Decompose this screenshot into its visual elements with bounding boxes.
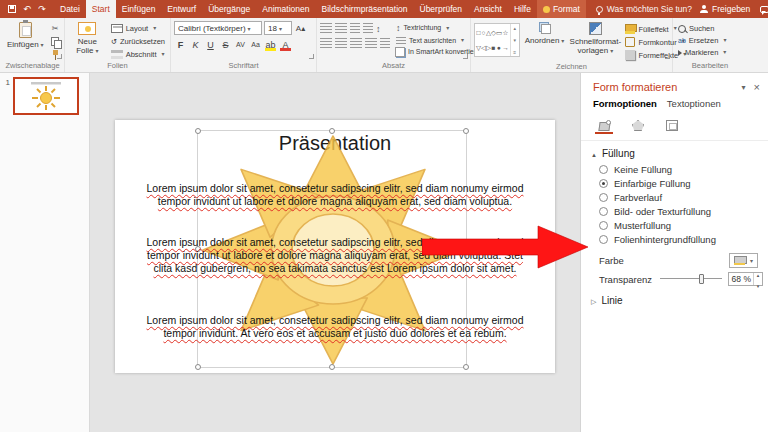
fill-option-einfarbige-fuellung[interactable]: Einfarbige Füllung <box>599 178 768 189</box>
decrease-indent-icon[interactable] <box>350 23 360 34</box>
slide-paragraph-1[interactable]: Lorem ipsum dolor sit amet, consetetur s… <box>144 182 526 208</box>
fill-option-bild-oder-texturfuellung[interactable]: Bild- oder Texturfüllung <box>599 206 768 217</box>
character-spacing-icon[interactable]: AV <box>234 38 247 51</box>
highlight-color-icon[interactable]: ab <box>264 38 277 51</box>
bullets-icon[interactable] <box>320 23 332 34</box>
increase-indent-icon[interactable] <box>363 23 373 34</box>
shape-arrow-icon[interactable]: → <box>502 44 509 51</box>
justify-icon[interactable] <box>365 38 377 49</box>
slide-editing-area[interactable]: Präsentation <box>115 120 555 373</box>
font-size-combo[interactable]: 18 <box>264 21 292 35</box>
redo-icon[interactable] <box>37 4 47 14</box>
tell-me-search[interactable]: Was möchten Sie tun? <box>596 0 692 18</box>
arrange-button[interactable]: Anordnen <box>522 21 568 46</box>
shape-gallery-scrollbar[interactable]: ▴ ▾ ≡ <box>510 24 519 56</box>
font-color-icon[interactable]: A <box>279 38 292 51</box>
transparency-spinner[interactable]: 68 % <box>728 272 763 286</box>
undo-icon[interactable] <box>22 4 32 14</box>
tab-uebergaenge[interactable]: Übergänge <box>202 0 256 18</box>
shape-star-icon[interactable]: ☆ <box>502 29 508 37</box>
tab-formoptionen[interactable]: Formoptionen <box>593 98 657 111</box>
effects-category-icon[interactable] <box>629 118 647 134</box>
drawing-dialog-launcher[interactable] <box>665 54 670 59</box>
slide-thumbnail-1[interactable]: 1 <box>2 77 85 115</box>
section-button[interactable]: Abschnitt <box>109 49 167 60</box>
underline-button[interactable]: U <box>204 38 217 51</box>
fill-option-farbverlauf[interactable]: Farbverlauf <box>599 192 768 203</box>
select-button[interactable]: Markieren <box>676 47 728 58</box>
save-icon[interactable] <box>7 4 17 14</box>
selection-handle-bottom-left[interactable] <box>195 364 201 370</box>
numbering-icon[interactable] <box>335 23 347 34</box>
italic-button[interactable]: K <box>189 38 202 51</box>
selection-handle-bottom-middle[interactable] <box>329 364 335 370</box>
fill-option-keine-fuellung[interactable]: Keine Füllung <box>599 164 768 175</box>
slide-paragraph-2[interactable]: Lorem ipsum dolor sit amet, consetetur s… <box>144 236 526 275</box>
comments-button[interactable]: Kommentare <box>760 4 768 14</box>
tab-animationen[interactable]: Animationen <box>256 0 315 18</box>
size-properties-category-icon[interactable] <box>663 118 681 134</box>
font-dialog-launcher[interactable] <box>309 54 314 59</box>
layout-button[interactable]: Layout <box>109 23 159 34</box>
selection-handle-top-left[interactable] <box>195 128 201 134</box>
shape-triangle-right-icon[interactable]: ▷ <box>486 44 491 52</box>
line-section-header[interactable]: Linie <box>581 288 768 311</box>
slide-paragraph-3[interactable]: Lorem ipsum dolor sit amet, consetetur s… <box>144 314 526 340</box>
fill-option-folienhintergrundfuellung[interactable]: Folienhintergrundfüllung <box>599 234 768 245</box>
paragraph-dialog-launcher[interactable] <box>463 54 468 59</box>
change-case-icon[interactable]: Aa <box>249 38 262 51</box>
shape-parallelogram-icon[interactable]: ▭ <box>496 29 502 37</box>
shape-square-icon[interactable]: ■ <box>492 44 496 51</box>
transparency-value[interactable]: 68 % <box>729 273 753 285</box>
tab-datei[interactable]: Datei <box>54 0 86 18</box>
align-left-icon[interactable] <box>320 38 332 49</box>
tab-ansicht[interactable]: Ansicht <box>468 0 508 18</box>
quick-styles-button[interactable]: Schnellformat-vorlagen <box>569 21 621 56</box>
strikethrough-button[interactable]: S <box>219 38 232 51</box>
bold-button[interactable]: F <box>174 38 187 51</box>
selection-handle-top-right[interactable] <box>463 128 469 134</box>
pane-close-icon[interactable] <box>754 81 760 93</box>
shape-ellipse-icon[interactable]: ○ <box>482 29 486 36</box>
shape-gallery[interactable]: □ ○ △ ◇ ▭ ☆ ▽ ◁ ▷ ■ ● → ▴ <box>474 23 520 57</box>
share-button[interactable]: Freigeben <box>700 4 750 14</box>
line-spacing-icon[interactable] <box>376 23 381 34</box>
tab-hilfe[interactable]: Hilfe <box>508 0 537 18</box>
gallery-scroll-down-icon[interactable]: ▾ <box>513 37 516 43</box>
shape-circle-icon[interactable]: ● <box>497 44 501 51</box>
tab-ueberpruefen[interactable]: Überprüfen <box>414 0 469 18</box>
pane-options-chevron-icon[interactable] <box>742 81 746 93</box>
cut-icon[interactable] <box>49 23 62 34</box>
align-center-icon[interactable] <box>335 38 347 49</box>
gallery-scroll-up-icon[interactable]: ▴ <box>513 25 516 31</box>
selection-handle-bottom-right[interactable] <box>463 364 469 370</box>
align-right-icon[interactable] <box>350 38 362 49</box>
columns-icon[interactable] <box>380 38 390 49</box>
new-slide-button[interactable]: Neue Folie <box>68 21 107 56</box>
fill-line-category-icon[interactable] <box>595 118 613 134</box>
tab-entwurf[interactable]: Entwurf <box>161 0 202 18</box>
tab-textoptionen[interactable]: Textoptionen <box>667 98 721 111</box>
tab-format[interactable]: Format <box>537 0 586 18</box>
font-family-combo[interactable]: Calibri (Textkörper) <box>174 21 262 35</box>
transparency-slider-thumb[interactable] <box>699 274 704 284</box>
fill-color-button[interactable] <box>729 253 758 268</box>
fill-option-musterfuellung[interactable]: Musterfüllung <box>599 220 768 231</box>
transparency-slider[interactable] <box>660 273 722 285</box>
shape-rectangle-icon[interactable]: □ <box>477 29 481 36</box>
transparency-decrement-icon[interactable] <box>757 279 760 290</box>
gallery-more-icon[interactable]: ≡ <box>513 49 516 55</box>
replace-button[interactable]: Ersetzen <box>676 35 728 46</box>
selection-handle-top-middle[interactable] <box>329 128 335 134</box>
tab-einfuegen[interactable]: Einfügen <box>116 0 162 18</box>
reset-button[interactable]: Zurücksetzen <box>109 36 167 47</box>
clipboard-dialog-launcher[interactable] <box>57 54 62 59</box>
tab-start[interactable]: Start <box>86 0 116 18</box>
paste-button[interactable]: Einfügen <box>4 21 47 50</box>
slide-thumbnail-image[interactable] <box>13 77 79 115</box>
transparency-increment-icon[interactable] <box>757 268 760 279</box>
increase-font-icon[interactable]: A▴ <box>294 22 307 35</box>
tab-bildschirmpraesentation[interactable]: Bildschirmpräsentation <box>316 0 414 18</box>
copy-icon[interactable] <box>49 36 62 47</box>
fill-section-header[interactable]: Füllung <box>581 141 768 164</box>
